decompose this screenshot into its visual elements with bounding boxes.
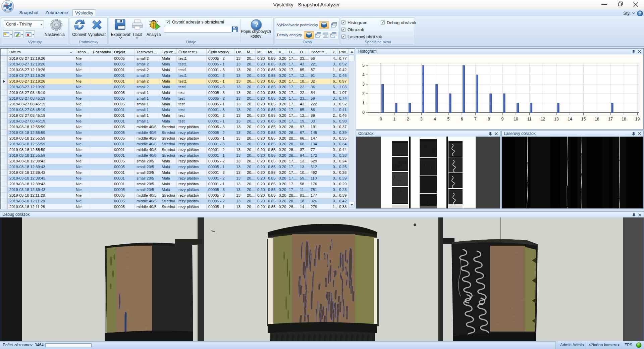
svg-text:13: 13	[554, 117, 559, 121]
svg-text:9: 9	[501, 117, 503, 121]
svg-text:16: 16	[595, 117, 599, 121]
svg-text:1: 1	[362, 101, 365, 105]
svg-text:?: ?	[639, 11, 641, 16]
svg-text:4: 4	[362, 72, 365, 77]
svg-text:2: 2	[362, 91, 365, 96]
svg-text:11: 11	[527, 117, 532, 121]
svg-text:3: 3	[420, 117, 423, 121]
svg-text:8: 8	[488, 117, 490, 121]
svg-text:3: 3	[362, 82, 365, 87]
svg-text:4: 4	[434, 117, 436, 121]
svg-text:0: 0	[380, 117, 382, 121]
svg-text:7: 7	[474, 117, 477, 121]
svg-text:5: 5	[447, 117, 449, 121]
svg-text:15: 15	[581, 117, 586, 121]
svg-text:1: 1	[393, 117, 395, 121]
svg-text:17: 17	[608, 117, 613, 121]
svg-text:14: 14	[568, 117, 572, 121]
svg-text:0: 0	[362, 110, 365, 115]
svg-text:2: 2	[407, 117, 409, 121]
svg-text:12: 12	[541, 117, 545, 121]
svg-text:10: 10	[514, 117, 518, 121]
svg-text:6: 6	[461, 117, 463, 121]
svg-text:5: 5	[362, 63, 365, 68]
svg-text:18: 18	[622, 117, 627, 121]
svg-text:19: 19	[635, 117, 640, 121]
